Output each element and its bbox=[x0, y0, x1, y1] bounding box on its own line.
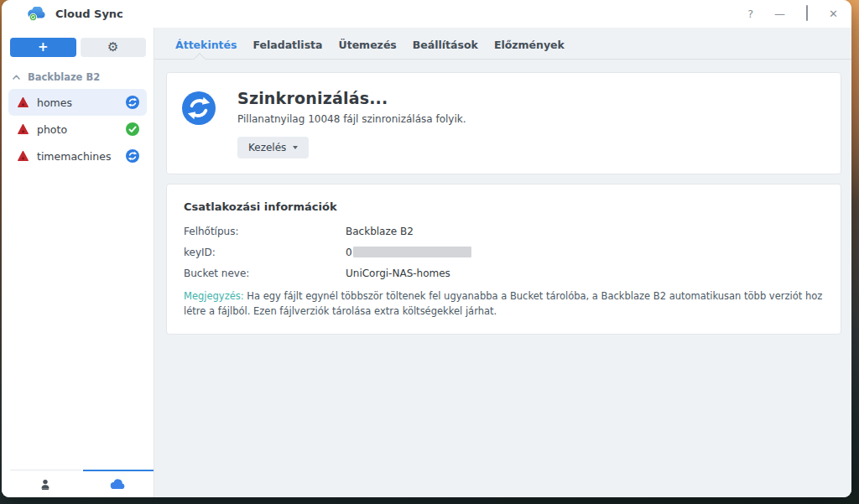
sidebar: + ⚙ Backblaze B2 homes bbox=[2, 28, 154, 497]
connection-info-card: Csatlakozási információk Felhőtípus: Bac… bbox=[166, 184, 841, 335]
sidebar-item-photo[interactable]: photo bbox=[8, 116, 147, 143]
keyid-prefix: 0 bbox=[346, 247, 352, 258]
cloud-sync-app-icon bbox=[27, 7, 47, 22]
sidebar-footer bbox=[2, 470, 154, 497]
minimize-button[interactable]: — bbox=[774, 8, 785, 19]
info-row-keyid: keyID: 0 bbox=[184, 247, 824, 258]
sidebar-section-label: Backblaze B2 bbox=[28, 71, 100, 83]
sync-status-icon bbox=[126, 149, 139, 163]
info-value: UniCorgi-NAS-homes bbox=[346, 268, 450, 279]
gear-icon: ⚙ bbox=[107, 41, 118, 54]
note-label: Megjegyzés: bbox=[184, 290, 244, 302]
info-label: keyID: bbox=[184, 247, 346, 258]
maximize-icon bbox=[806, 5, 808, 21]
chevron-up-icon bbox=[13, 75, 20, 80]
connection-info-title: Csatlakozási információk bbox=[184, 200, 824, 213]
person-icon bbox=[39, 478, 52, 491]
sidebar-item-label: photo bbox=[37, 123, 118, 136]
sidebar-toolbar: + ⚙ bbox=[2, 28, 154, 57]
help-button[interactable]: ? bbox=[747, 8, 753, 19]
info-row-cloud-type: Felhőtípus: Backblaze B2 bbox=[184, 226, 824, 237]
sidebar-section-backblaze[interactable]: Backblaze B2 bbox=[2, 57, 154, 89]
sidebar-item-label: timemachines bbox=[37, 150, 118, 163]
sync-status-card: Szinkronizálás... Pillanatnyilag 10048 f… bbox=[166, 72, 841, 174]
tab-bar: Áttekintés Feladatlista Ütemezés Beállít… bbox=[154, 28, 851, 60]
connection-info-rows: Felhőtípus: Backblaze B2 keyID: 0 Bucket… bbox=[184, 226, 824, 279]
tab-overview[interactable]: Áttekintés bbox=[175, 39, 237, 51]
maximize-button[interactable] bbox=[806, 8, 808, 19]
footer-tab-accounts[interactable] bbox=[10, 470, 81, 497]
manage-button[interactable]: Kezelés bbox=[237, 137, 309, 158]
redacted-value bbox=[353, 247, 471, 257]
info-row-bucket-name: Bucket neve: UniCorgi-NAS-homes bbox=[184, 268, 824, 279]
footer-tab-cloud[interactable] bbox=[83, 470, 154, 497]
chevron-down-icon bbox=[293, 146, 298, 149]
sidebar-item-label: homes bbox=[37, 96, 118, 109]
tab-settings[interactable]: Beállítások bbox=[413, 39, 478, 51]
note-text: Megjegyzés: Ha egy fájlt egynél többször… bbox=[184, 288, 824, 320]
check-status-icon bbox=[126, 122, 139, 136]
sidebar-spacer bbox=[2, 169, 154, 470]
overview-content: Szinkronizálás... Pillanatnyilag 10048 f… bbox=[154, 60, 851, 497]
info-label: Bucket neve: bbox=[184, 268, 346, 279]
info-label: Felhőtípus: bbox=[184, 226, 346, 237]
close-button[interactable]: ✕ bbox=[829, 8, 838, 19]
sync-status-subtitle: Pillanatnyilag 10048 fájl szinronizálása… bbox=[237, 113, 466, 125]
window-controls: ? — ✕ bbox=[747, 8, 838, 19]
backblaze-flame-icon bbox=[17, 150, 29, 162]
settings-button[interactable]: ⚙ bbox=[81, 38, 147, 57]
backblaze-flame-icon bbox=[17, 123, 29, 135]
manage-button-label: Kezelés bbox=[248, 142, 286, 153]
note-body: Ha egy fájlt egynél többször töltenek fe… bbox=[184, 290, 822, 317]
add-connection-button[interactable]: + bbox=[10, 38, 76, 57]
window-title: Cloud Sync bbox=[55, 8, 123, 20]
desktop: { "window": { "title": "Cloud Sync", "co… bbox=[0, 0, 859, 504]
main-panel: Áttekintés Feladatlista Ütemezés Beállít… bbox=[154, 28, 851, 497]
tab-history[interactable]: Előzmények bbox=[494, 39, 565, 51]
backblaze-flame-icon bbox=[17, 96, 29, 108]
sidebar-item-timemachines[interactable]: timemachines bbox=[8, 143, 147, 169]
sync-status-icon bbox=[126, 96, 139, 109]
tab-task-list[interactable]: Feladatlista bbox=[253, 39, 323, 51]
tab-schedule[interactable]: Ütemezés bbox=[339, 39, 397, 51]
cloud-sync-window: Cloud Sync ? — ✕ + ⚙ Backblaze B2 bbox=[2, 0, 851, 497]
info-value: Backblaze B2 bbox=[346, 226, 414, 237]
cloud-icon bbox=[110, 479, 126, 490]
syncing-icon bbox=[182, 91, 216, 125]
sidebar-item-homes[interactable]: homes bbox=[8, 89, 147, 116]
title-bar: Cloud Sync ? — ✕ bbox=[2, 0, 851, 28]
info-value: 0 bbox=[346, 247, 471, 258]
sync-status-title: Szinkronizálás... bbox=[237, 89, 466, 107]
